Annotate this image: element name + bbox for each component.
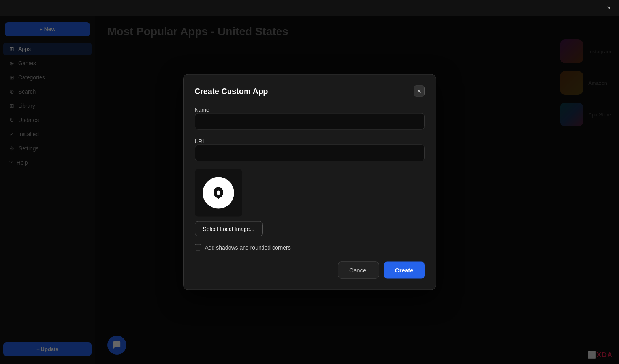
select-local-image-button[interactable]: Select Local Image... xyxy=(195,221,263,236)
maximize-button[interactable]: □ xyxy=(587,1,602,15)
create-custom-app-dialog: Create Custom App ✕ Name URL Select Loca… xyxy=(183,74,436,290)
url-input[interactable] xyxy=(195,145,425,161)
titlebar: − □ ✕ xyxy=(0,0,619,16)
webull-logo-svg xyxy=(209,183,228,203)
name-label: Name xyxy=(195,107,209,113)
shadows-label: Add shadows and rounded corners xyxy=(205,244,291,251)
create-button[interactable]: Create xyxy=(384,262,425,279)
svg-point-0 xyxy=(209,184,228,203)
name-input[interactable] xyxy=(195,113,425,130)
dialog-header: Create Custom App ✕ xyxy=(195,86,425,97)
cancel-button[interactable]: Cancel xyxy=(338,262,379,279)
logo-preview xyxy=(203,177,234,209)
dialog-title: Create Custom App xyxy=(195,86,268,96)
image-preview xyxy=(195,169,242,217)
url-label: URL xyxy=(195,138,206,144)
shadows-checkbox[interactable] xyxy=(195,244,201,251)
close-button[interactable]: ✕ xyxy=(602,1,616,15)
minimize-button[interactable]: − xyxy=(573,1,587,15)
dialog-close-button[interactable]: ✕ xyxy=(414,86,425,97)
checkbox-row: Add shadows and rounded corners xyxy=(195,244,425,251)
dialog-footer: Cancel Create xyxy=(195,262,425,279)
